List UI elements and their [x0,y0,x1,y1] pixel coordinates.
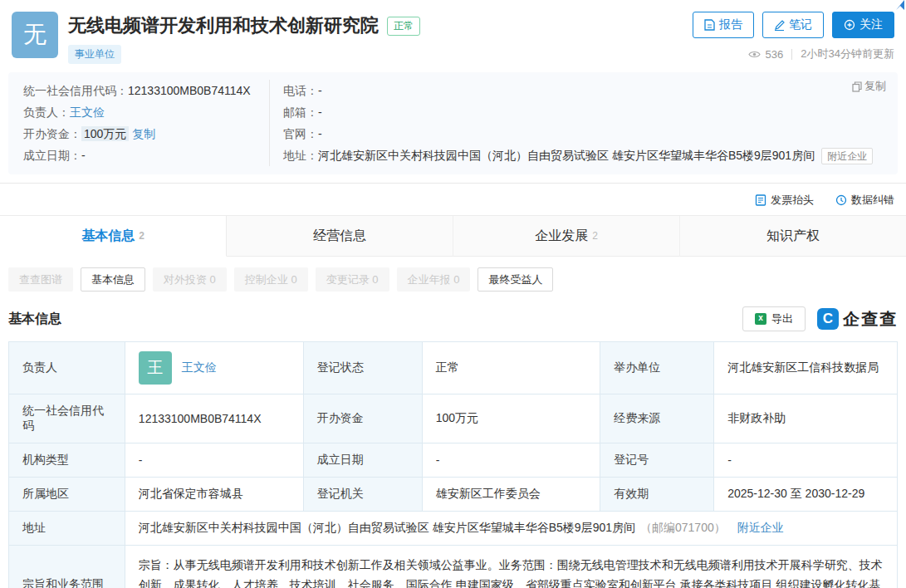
main-tabs: 基本信息2 经营信息 企业发展2 知识产权 [0,215,906,257]
row-label: 登记号 [600,443,714,478]
sub-tabs: 查查图谱 基本信息 对外投资 0 控制企业 0 变更记录 0 企业年报 0 最终… [8,267,898,292]
qichacha-brand: C 企查查 [817,308,898,331]
qichacha-logo-icon: C [817,308,839,330]
data-correction-button[interactable]: 数据纠错 [835,193,894,208]
tab-business-info[interactable]: 经营信息 [227,216,453,257]
row-value: 100万元 [422,394,600,443]
person-cell: 王 王文俭 [125,342,303,394]
subtab-annual-report[interactable]: 企业年报 0 [397,267,471,292]
table-row: 机构类型 - 成立日期 - 登记号 - [9,443,898,478]
tab-company-development[interactable]: 企业发展2 [453,216,680,257]
row-label: 地址 [9,512,125,546]
row-value: 2025-12-30 至 2030-12-29 [714,478,898,512]
phone-label: 电话： [283,84,318,97]
row-label: 负责人 [9,342,125,394]
row-value: 雄安新区工作委员会 [422,478,600,512]
table-row: 负责人 王 王文俭 登记状态 正常 举办单位 河北雄安新区工信科技数据局 [9,342,898,394]
tab-basic-info[interactable]: 基本信息2 [0,216,227,257]
circle-plus-icon [844,19,855,31]
view-count: 536 [766,48,784,61]
capital-value: 100万元 [81,126,129,141]
row-label: 开办资金 [303,394,422,443]
email-value: - [318,105,322,119]
subtab-ultimate-beneficiary[interactable]: 最终受益人 [477,267,553,292]
website-label: 官网： [283,127,318,140]
row-value: - [422,443,600,478]
table-row-scope: 宗旨和业务范围 宗旨：从事无线电频谱开发利用和技术创新工作及相关领域公益事业。业… [9,546,898,588]
founded-label: 成立日期： [23,149,81,162]
row-value: 非财政补助 [714,394,898,443]
address-text: 河北雄安新区中关村科技园中国（河北）自由贸易试验区 雄安片区华望城丰华谷B5楼9… [139,521,635,534]
document-icon [704,19,715,31]
tab-intellectual-property[interactable]: 知识产权 [680,216,906,257]
note-button[interactable]: 笔记 [762,12,824,38]
status-badge: 正常 [387,17,420,36]
capital-copy-link[interactable]: 复制 [132,127,155,140]
nearby-companies-link[interactable]: 附近企业 [737,521,784,534]
row-label: 统一社会信用代码 [9,394,125,443]
person-label: 负责人： [23,105,70,119]
row-value: 河北雄安新区工信科技数据局 [714,342,898,394]
subtab-outbound-investment[interactable]: 对外投资 0 [153,267,227,292]
subtab-controlled-companies[interactable]: 控制企业 0 [234,267,308,292]
row-value: 正常 [422,342,600,394]
row-label: 所属地区 [9,478,125,512]
row-label: 登记机关 [303,478,422,512]
section-header: 基本信息 导出 C 企查查 [8,306,898,331]
export-button[interactable]: 导出 [742,306,806,331]
person-link[interactable]: 王文俭 [70,105,105,119]
table-row-address: 地址 河北雄安新区中关村科技园中国（河北）自由贸易试验区 雄安片区华望城丰华谷B… [9,512,898,546]
credit-code-value: 12133100MB0B74114X [128,84,251,97]
capital-label: 开办资金： [23,127,81,140]
excel-icon [755,313,766,325]
nearby-companies-button[interactable]: 附近企业 [821,148,873,164]
address-label: 地址： [283,149,318,162]
pencil-icon [774,20,785,31]
row-label: 成立日期 [303,443,422,478]
subtab-basic-info[interactable]: 基本信息 [81,267,145,292]
subtab-graph[interactable]: 查查图谱 [8,267,73,292]
page-title: 无线电频谱开发利用和技术创新研究院 [68,13,379,38]
cursor-artifact [893,0,904,12]
row-value: - [714,443,898,478]
row-label: 宗旨和业务范围 [9,546,125,588]
row-value: 河北省保定市容城县 [125,478,303,512]
founded-value: - [81,149,86,162]
email-label: 邮箱： [283,105,318,119]
copy-all-button[interactable]: 复制 [852,79,886,94]
eye-icon [748,50,761,59]
table-row: 所属地区 河北省保定市容城县 登记机关 雄安新区工作委员会 有效期 2025-1… [9,478,898,512]
update-time: 2小时34分钟前更新 [801,47,894,61]
report-button[interactable]: 报告 [693,12,754,38]
invoice-title-button[interactable]: 发票抬头 [755,193,814,208]
view-stats: 536 2小时34分钟前更新 [693,47,894,61]
invoice-icon [755,194,766,206]
person-link[interactable]: 王文俭 [182,360,217,375]
company-profile-page: 无 无线电频谱开发利用和技术创新研究院 正常 事业单位 报告 笔记 [0,0,906,588]
phone-value: - [318,84,322,97]
row-label: 机构类型 [9,443,125,478]
toolbar: 发票抬头 数据纠错 [0,184,906,215]
postcode-text: （邮编071700） [640,521,726,534]
table-row: 统一社会信用代码 12133100MB0B74114X 开办资金 100万元 经… [9,394,898,443]
summary-box: 复制 统一社会信用代码：12133100MB0B74114X 负责人：王文俭 开… [8,72,898,174]
subtab-change-records[interactable]: 变更记录 0 [316,267,389,292]
company-type-tag: 事业单位 [68,45,121,64]
follow-button[interactable]: 关注 [832,12,894,38]
basic-info-table: 负责人 王 王文俭 登记状态 正常 举办单位 河北雄安新区工信科技数据局 统一社… [8,341,898,588]
scope-text: 宗旨：从事无线电频谱开发利用和技术创新工作及相关领域公益事业。业务范围：围绕无线… [125,546,897,588]
correction-icon [835,194,847,206]
website-value: - [318,127,322,140]
person-avatar: 王 [139,351,172,385]
company-avatar: 无 [12,12,58,58]
qichacha-logo-text: 企查查 [843,308,898,331]
row-value: 12133100MB0B74114X [125,394,303,443]
row-value: - [125,443,303,478]
address-cell: 河北雄安新区中关村科技园中国（河北）自由贸易试验区 雄安片区华望城丰华谷B5楼9… [125,512,897,546]
credit-code-label: 统一社会信用代码： [23,84,128,97]
address-value: 河北雄安新区中关村科技园中国（河北）自由贸易试验区 雄安片区华望城丰华谷B5楼9… [318,149,815,162]
company-header: 无 无线电频谱开发利用和技术创新研究院 正常 事业单位 报告 笔记 [0,0,906,64]
section-title: 基本信息 [8,311,61,328]
row-label: 登记状态 [303,342,422,394]
tab-count: 2 [139,230,144,242]
